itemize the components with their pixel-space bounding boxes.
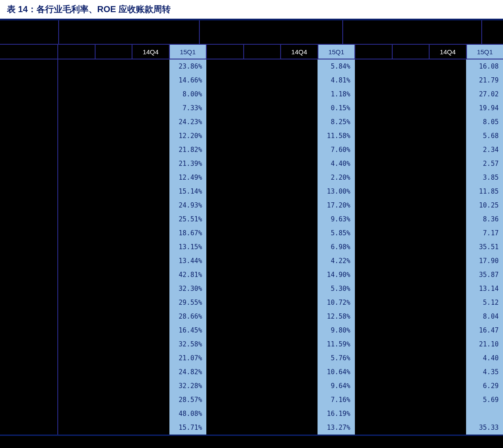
cell (281, 129, 318, 143)
cell (244, 337, 281, 351)
cell (281, 73, 318, 87)
cell (429, 73, 466, 87)
row-label (0, 254, 58, 268)
cell: 5.69 (466, 393, 503, 407)
cell: 4.40 (466, 351, 503, 365)
cell (392, 254, 429, 268)
table-title: 表 14：各行业毛利率、ROE 应收账款周转 (0, 0, 503, 20)
cell (355, 421, 392, 435)
table-row: 24.82%10.64%4.35 (0, 365, 503, 379)
subhdr-g1-14q4: 14Q4 (132, 45, 170, 59)
cell (58, 254, 95, 268)
cell (244, 379, 281, 393)
table-subheaders: 14Q4 15Q1 14Q4 15Q1 14Q4 15Q1 (0, 45, 503, 59)
cell (206, 407, 243, 421)
cell (392, 421, 429, 435)
cell (281, 87, 318, 101)
cell (429, 254, 466, 268)
subheader-group-3: 14Q4 15Q1 (355, 45, 503, 59)
table-row: 21.82%7.60%2.34 (0, 143, 503, 157)
cell (244, 351, 281, 365)
cell (281, 407, 318, 421)
cell (281, 212, 318, 226)
subheader-group-1: 14Q4 15Q1 (58, 45, 207, 59)
cell (206, 198, 243, 212)
cell (429, 212, 466, 226)
cell (132, 379, 169, 393)
cell (392, 101, 429, 115)
row-label (0, 184, 58, 198)
table-row: 24.93%17.20%10.25 (0, 198, 503, 212)
cell (95, 421, 132, 435)
cell (58, 198, 95, 212)
cell: 9.80% (318, 323, 354, 337)
table-row: 29.55%10.72%5.12 (0, 296, 503, 310)
cell (429, 296, 466, 310)
cell: 35.87 (466, 268, 503, 282)
cell: 21.79 (466, 73, 503, 87)
cell (95, 310, 132, 323)
cell (355, 407, 392, 421)
cell (244, 129, 281, 143)
cell: 21.82% (169, 143, 206, 157)
cell (244, 115, 281, 129)
table-header-groups (0, 20, 503, 45)
cell: 5.76% (318, 351, 354, 365)
cell (206, 184, 243, 198)
cell (132, 268, 169, 282)
cell (392, 129, 429, 143)
cell: 2.34 (466, 143, 503, 157)
cell (132, 296, 169, 310)
cell: 8.05 (466, 115, 503, 129)
cell (355, 87, 392, 101)
cell (392, 337, 429, 351)
table-row: 15.71%13.27%35.33 (0, 421, 503, 435)
cell (355, 198, 392, 212)
row-label (0, 115, 58, 129)
cell: 7.33% (169, 101, 206, 115)
cell (392, 226, 429, 240)
cell (392, 87, 429, 101)
cell: 14.66% (169, 73, 206, 87)
cell: 25.51% (169, 212, 206, 226)
table-bottom-rule (0, 435, 503, 436)
cell: 13.00% (318, 184, 354, 198)
cell: 13.14 (466, 282, 503, 296)
cell (58, 59, 95, 73)
cell (95, 73, 132, 87)
cell (392, 212, 429, 226)
cell (206, 254, 243, 268)
cell (244, 226, 281, 240)
cell (206, 351, 243, 365)
cell (281, 337, 318, 351)
cell (58, 87, 95, 101)
cell (392, 240, 429, 254)
subhdr-g2-c1 (207, 45, 244, 59)
cell (206, 73, 243, 87)
cell (95, 129, 132, 143)
cell: 11.59% (318, 337, 354, 351)
cell: 3.85 (466, 171, 503, 184)
cell (58, 171, 95, 184)
subhdr-g2-14q4: 14Q4 (281, 45, 318, 59)
cell (392, 310, 429, 323)
cell (429, 379, 466, 393)
table-row: 16.45%9.80%16.47 (0, 323, 503, 337)
cell: 13.44% (169, 254, 206, 268)
row-label (0, 240, 58, 254)
cell (281, 351, 318, 365)
cell (281, 393, 318, 407)
cell (281, 157, 318, 171)
cell (206, 59, 243, 73)
table-row: 28.66%12.58%8.04 (0, 310, 503, 323)
cell: 12.20% (169, 129, 206, 143)
cell (58, 407, 95, 421)
cell (95, 379, 132, 393)
table-row: 12.20%11.58%5.68 (0, 129, 503, 143)
cell (244, 365, 281, 379)
cell (355, 240, 392, 254)
cell (244, 87, 281, 101)
cell (95, 115, 132, 129)
cell (392, 296, 429, 310)
cell: 2.20% (318, 171, 354, 184)
